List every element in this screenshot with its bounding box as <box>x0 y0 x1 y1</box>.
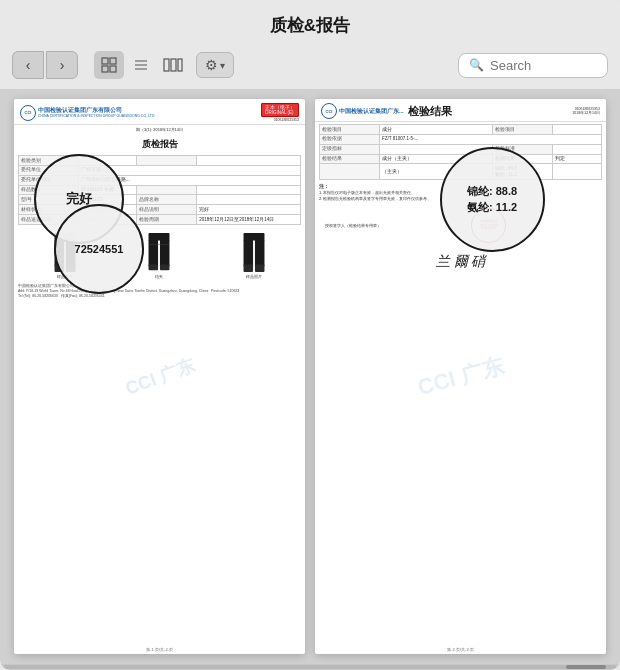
view-controls <box>94 51 188 79</box>
svg-rect-9 <box>178 59 182 71</box>
composition2-label: 氨纶: <box>467 201 496 213</box>
svg-rect-0 <box>102 58 108 64</box>
result-circle: 锦纶: 88.8 氨纶: 11.2 <box>440 147 545 252</box>
composition1-value: 88.8 <box>496 185 517 197</box>
nav-buttons: ‹ › <box>12 51 78 79</box>
svg-rect-16 <box>149 240 159 267</box>
scrollbar-area <box>0 664 620 670</box>
right-logo-icon: CCI <box>321 103 337 119</box>
dropdown-arrow-icon: ▾ <box>220 60 225 71</box>
svg-rect-22 <box>243 240 253 267</box>
left-page-footer: 第-1-页/共-2-页 <box>14 647 305 652</box>
window-title: 质检&报告 <box>16 14 604 37</box>
forward-button[interactable]: › <box>46 51 78 79</box>
svg-rect-18 <box>149 264 159 270</box>
content-area: CCI 中国检验认证集团广东有限公司 CHINA CERTIFICATION &… <box>0 89 620 664</box>
svg-rect-7 <box>164 59 169 71</box>
number-circle: 72524551 <box>54 204 144 294</box>
right-company-name-zh: 中国检验认证集团广东... <box>339 108 404 115</box>
company-logo-left: CCI 中国检验认证集团广东有限公司 CHINA CERTIFICATION &… <box>20 105 154 121</box>
composition1-label: 锦纶: <box>467 185 496 197</box>
pants-detail-image <box>144 233 174 273</box>
back-icon: ‹ <box>26 57 31 73</box>
toolbar: ‹ › <box>0 45 620 89</box>
svg-rect-15 <box>149 233 170 241</box>
svg-rect-21 <box>243 233 264 241</box>
company-name-en: CHINA CERTIFICATION & INSPECTION GROUP G… <box>38 114 154 118</box>
search-input[interactable] <box>490 58 597 73</box>
table-row: 检验依据 FZ/T 81007.1-5-... <box>320 134 602 144</box>
bottom-company-info: 中国检验认证集团广东有限公司 Add: F/18-19 World Tower,… <box>14 282 305 301</box>
list-view-button[interactable] <box>126 51 156 79</box>
grid-icon <box>101 57 117 73</box>
search-icon: 🔍 <box>469 58 484 72</box>
column-view-button[interactable] <box>158 51 188 79</box>
svg-rect-17 <box>160 240 170 267</box>
composition2-value: 11.2 <box>496 201 517 213</box>
forward-icon: › <box>60 57 65 73</box>
grid-view-button[interactable] <box>94 51 124 79</box>
title-bar: 质检&报告 <box>0 0 620 45</box>
doc-number: 0106180025953 <box>274 118 299 122</box>
pants-back-label: 样品照片 <box>246 274 262 279</box>
svg-rect-3 <box>110 66 116 72</box>
signature-text: 兰 爾 硝 <box>436 254 485 269</box>
right-doc-number: 0106180025953 2018年12月14日 <box>572 107 600 115</box>
right-page-footer: 第-2-页/共-2-页 <box>315 647 606 652</box>
svg-rect-8 <box>171 59 176 71</box>
svg-rect-1 <box>110 58 116 64</box>
settings-button[interactable]: ⚙ ▾ <box>196 52 234 78</box>
logo-icon: CCI <box>20 105 36 121</box>
pants-back-image <box>239 233 269 273</box>
composition-result: 锦纶: 88.8 氨纶: 11.2 <box>467 184 517 215</box>
right-document-page: CCI 中国检验认证集团广东... 检验结果 0106180025953 201… <box>315 99 606 654</box>
scrollbar-thumb[interactable] <box>566 665 606 669</box>
authorized-label: 授权签字人（检验结果专用章） <box>325 223 381 228</box>
back-button[interactable]: ‹ <box>12 51 44 79</box>
pants-back: 样品照片 <box>239 233 269 279</box>
order-number-text: 72524551 <box>75 243 124 255</box>
gear-icon: ⚙ <box>205 57 218 73</box>
svg-rect-24 <box>243 264 253 272</box>
main-window: 质检&报告 ‹ › <box>0 0 620 670</box>
pants-detail-label: 结夹 <box>155 274 163 279</box>
watermark-right: CCI 广东 <box>414 351 507 403</box>
scrollbar-track <box>4 665 616 669</box>
company-logo-right: CCI 中国检验认证集团广东... <box>321 103 404 119</box>
svg-rect-19 <box>160 264 170 270</box>
svg-rect-2 <box>102 66 108 72</box>
table-row: 检验项目 成分 检验项目 <box>320 125 602 135</box>
svg-rect-23 <box>255 240 265 267</box>
columns-icon <box>163 57 183 73</box>
left-doc-header: CCI 中国检验认证集团广东有限公司 CHINA CERTIFICATION &… <box>14 99 305 125</box>
search-bar: 🔍 <box>458 53 608 78</box>
pants-detail: 结夹 <box>144 233 174 279</box>
result-title: 检验结果 <box>404 104 456 119</box>
left-document-page: CCI 中国检验认证集团广东有限公司 CHINA CERTIFICATION &… <box>14 99 305 654</box>
table-row: 定级指标 检验标准 <box>320 144 602 154</box>
svg-rect-25 <box>255 264 265 272</box>
report-title: 质检报告 <box>14 134 305 153</box>
watermark-left: CCI 广东 <box>122 353 198 400</box>
company-name-zh: 中国检验认证集团广东有限公司 <box>38 107 154 114</box>
original-stamp: 正本（电子）ORIGINAL (E) <box>261 103 299 117</box>
bottom-company-name: 中国检验认证集团广东有限公司 Add: F/18-19 World Tower,… <box>18 284 301 299</box>
date-line: 期（3(1): 2018年12月14日 <box>14 125 305 134</box>
signature: 兰 爾 硝 <box>315 247 606 274</box>
right-doc-header: CCI 中国检验认证集团广东... 检验结果 0106180025953 201… <box>315 99 606 122</box>
list-icon <box>133 57 149 73</box>
